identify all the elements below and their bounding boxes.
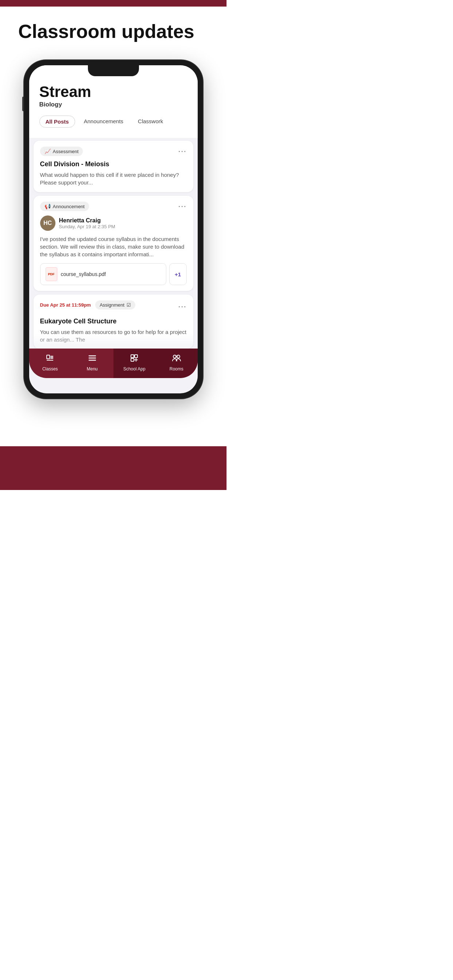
rooms-icon	[172, 354, 181, 364]
bottom-decor	[0, 446, 226, 490]
phone-screen: Stream Biology All Posts Announcements C…	[29, 65, 198, 393]
assignment-card[interactable]: Due Apr 25 at 11:59pm Assignment ☑ ··· E…	[33, 294, 193, 348]
author-row: HC Henrietta Craig Sunday, Apr 19 at 2:3…	[40, 215, 187, 231]
nav-rooms[interactable]: Rooms	[155, 348, 198, 378]
nav-school-app[interactable]: School App	[113, 348, 156, 378]
phone-frame: Stream Biology All Posts Announcements C…	[24, 60, 203, 398]
tab-all-posts[interactable]: All Posts	[39, 116, 75, 127]
cards-area: 📈 Assessment ··· Cell Division - Meiosis…	[29, 138, 198, 348]
page-title-area: Classroom updates	[0, 6, 226, 60]
classes-label: Classes	[42, 366, 58, 372]
svg-rect-10	[131, 358, 134, 361]
announcement-more-button[interactable]: ···	[179, 202, 187, 211]
attachment-row: PDF course_syllabus.pdf +1	[40, 263, 187, 285]
due-row: Due Apr 25 at 11:59pm Assignment ☑	[40, 301, 136, 310]
svg-rect-9	[135, 355, 137, 358]
attachment-file[interactable]: PDF course_syllabus.pdf	[40, 263, 166, 285]
announcement-tag-label: Announcement	[53, 204, 85, 209]
tabs-row: All Posts Announcements Classwork	[39, 114, 187, 132]
classes-icon	[46, 354, 54, 364]
due-label: Due Apr 25 at 11:59pm	[40, 302, 91, 308]
assessment-card[interactable]: 📈 Assessment ··· Cell Division - Meiosis…	[33, 141, 193, 192]
assignment-icon: ☑	[126, 302, 131, 308]
announcement-icon: 📢	[45, 204, 51, 209]
pdf-icon: PDF	[46, 267, 57, 281]
announcement-tag-row: 📢 Announcement ···	[40, 202, 187, 211]
assessment-icon: 📈	[45, 148, 51, 154]
school-app-icon	[130, 354, 139, 364]
assessment-card-title: Cell Division - Meiosis	[40, 161, 187, 168]
author-info: Henrietta Craig Sunday, Apr 19 at 2:35 P…	[59, 217, 115, 229]
card-tag-row: 📈 Assessment ···	[40, 146, 187, 156]
assignment-card-title: Eukaryote Cell Structure	[40, 318, 187, 325]
card-more-button[interactable]: ···	[179, 147, 187, 156]
assignment-tag-label: Assignment	[100, 302, 124, 308]
announcement-body: I've posted the updated course syllabus …	[40, 235, 187, 258]
announcement-card[interactable]: 📢 Announcement ··· HC Henrietta Craig Su…	[33, 196, 193, 291]
assessment-tag: 📈 Assessment	[40, 146, 83, 156]
assignment-tag: Assignment ☑	[95, 301, 135, 310]
rooms-label: Rooms	[170, 366, 183, 372]
top-status-bar	[0, 0, 226, 6]
assignment-card-body: You can use them as resources to go to f…	[40, 328, 187, 344]
announcement-tag: 📢 Announcement	[40, 202, 89, 211]
menu-icon	[88, 354, 97, 364]
author-avatar: HC	[40, 215, 56, 231]
assignment-more-button[interactable]: ···	[179, 302, 187, 311]
school-app-label: School App	[123, 366, 145, 372]
svg-rect-8	[131, 355, 134, 358]
svg-rect-0	[47, 355, 49, 359]
assessment-tag-label: Assessment	[53, 149, 79, 154]
nav-classes[interactable]: Classes	[29, 348, 72, 378]
svg-point-13	[175, 355, 178, 358]
tab-announcements[interactable]: Announcements	[78, 116, 129, 127]
stream-title: Stream	[39, 84, 187, 100]
assignment-tag-row: Due Apr 25 at 11:59pm Assignment ☑ ···	[40, 301, 187, 313]
menu-label: Menu	[87, 366, 98, 372]
page-title: Classroom updates	[18, 21, 208, 42]
author-name: Henrietta Craig	[59, 217, 115, 224]
tab-classwork[interactable]: Classwork	[132, 116, 169, 127]
attachment-count[interactable]: +1	[169, 263, 187, 285]
stream-subject: Biology	[39, 101, 187, 108]
author-date: Sunday, Apr 19 at 2:35 PM	[59, 224, 115, 229]
assessment-card-body: What would happen to this cell if it wer…	[40, 171, 187, 186]
phone-notch	[88, 65, 139, 76]
phone-wrapper: Stream Biology All Posts Announcements C…	[0, 60, 226, 450]
nav-menu[interactable]: Menu	[71, 348, 113, 378]
bottom-nav: Classes Menu	[29, 348, 198, 378]
file-name: course_syllabus.pdf	[61, 271, 106, 277]
